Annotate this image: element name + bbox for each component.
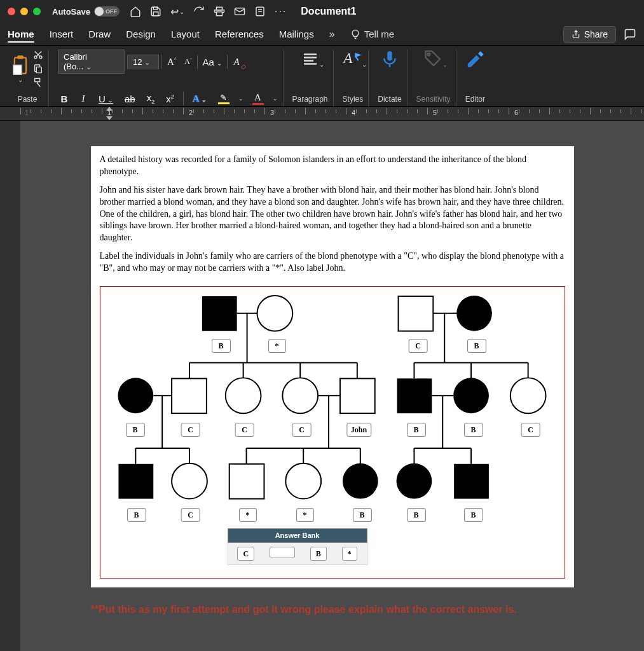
template-icon[interactable] <box>254 6 266 17</box>
superscript-button[interactable]: x2 <box>163 92 177 106</box>
pedigree-label[interactable]: B <box>211 339 230 353</box>
tab-home[interactable]: Home <box>8 29 34 39</box>
document-canvas[interactable]: A detailed history was recorded for a fa… <box>20 121 644 651</box>
strikethrough-button[interactable]: ab <box>122 92 138 106</box>
undo-icon[interactable]: ↩⌄ <box>170 6 184 18</box>
save-icon[interactable] <box>150 6 161 17</box>
pedigree-label-john[interactable]: John <box>346 423 371 437</box>
text-effects-button[interactable]: A ⌄ <box>190 92 209 106</box>
tell-me-search[interactable]: Tell me <box>350 29 395 39</box>
paragraph-label: Paragraph <box>292 95 328 104</box>
pedigree-label[interactable]: B <box>406 423 425 437</box>
svg-rect-42 <box>397 378 432 413</box>
print-icon[interactable] <box>214 6 225 17</box>
doc-paragraph-2: John and his sister have dark brown hair… <box>100 184 565 244</box>
autosave-label: AutoSave <box>52 7 90 17</box>
dictate-button[interactable] <box>380 50 399 69</box>
tab-insert[interactable]: Insert <box>50 29 74 39</box>
svg-point-68 <box>396 463 432 499</box>
pedigree-label[interactable]: C <box>292 423 312 437</box>
pedigree-label[interactable]: B <box>467 339 486 353</box>
svg-point-67 <box>342 463 378 499</box>
italic-button[interactable]: I <box>77 92 90 106</box>
ribbon-group-dictate: Dictate <box>373 50 407 106</box>
lightbulb-icon <box>350 29 360 39</box>
font-size-select[interactable]: 12 <box>127 55 159 69</box>
pedigree-label[interactable]: C <box>181 423 200 437</box>
answer-bank-title: Answer Bank <box>228 528 367 543</box>
pedigree-label[interactable]: B <box>463 423 483 437</box>
bold-button[interactable]: B <box>58 92 71 106</box>
more-tabs-icon[interactable]: » <box>329 29 335 40</box>
pedigree-label[interactable]: * <box>239 508 257 522</box>
svg-rect-8 <box>13 65 22 75</box>
mail-icon[interactable] <box>234 6 245 17</box>
minimize-window-button[interactable] <box>20 8 28 15</box>
vertical-ruler[interactable] <box>0 121 20 651</box>
styles-button[interactable]: A <box>343 50 362 69</box>
tab-draw[interactable]: Draw <box>88 29 111 39</box>
home-icon[interactable] <box>130 6 141 17</box>
underline-button[interactable]: U ⌄ <box>96 92 116 106</box>
pedigree-label[interactable]: B <box>463 508 483 522</box>
tab-references[interactable]: References <box>215 29 264 39</box>
ribbon-group-sensitivity: ⌄ Sensitivity <box>411 50 456 106</box>
share-button[interactable]: Share <box>563 26 616 43</box>
decrease-font-button[interactable]: A˘ <box>182 55 195 68</box>
more-commands-icon[interactable]: ··· <box>275 6 287 17</box>
tab-mailings[interactable]: Mailings <box>279 29 314 39</box>
pedigree-label[interactable]: C <box>235 423 254 437</box>
tab-layout[interactable]: Layout <box>171 29 200 39</box>
paste-group-label: Paste <box>18 95 38 104</box>
svg-rect-18 <box>387 51 392 61</box>
svg-rect-65 <box>229 464 264 499</box>
share-label: Share <box>584 29 608 39</box>
answer-bank-cell[interactable]: C <box>237 547 254 561</box>
autosave-toggle[interactable]: AutoSave OFF <box>52 6 120 17</box>
pedigree-label[interactable]: * <box>296 508 314 522</box>
font-family-select[interactable]: Calibri (Bo... <box>58 50 125 74</box>
answer-bank-cell[interactable]: * <box>342 547 357 561</box>
highlight-button[interactable]: ✎ ⌄ <box>216 92 232 106</box>
svg-rect-69 <box>454 464 489 499</box>
traffic-lights <box>8 8 41 15</box>
redo-icon[interactable] <box>193 6 205 17</box>
pedigree-label[interactable]: B <box>127 508 146 522</box>
paste-button[interactable]: ⌄ <box>11 55 29 83</box>
pedigree-label[interactable]: * <box>268 339 286 353</box>
document-page[interactable]: A detailed history was recorded for a fa… <box>91 146 574 587</box>
pedigree-label[interactable]: C <box>521 423 540 437</box>
paragraph-button[interactable] <box>301 50 320 69</box>
answer-bank-cell[interactable]: B <box>310 547 327 561</box>
font-color-button[interactable]: A <box>250 91 266 106</box>
cut-icon[interactable] <box>33 50 43 60</box>
pedigree-label[interactable]: B <box>352 508 371 522</box>
svg-rect-12 <box>35 78 40 81</box>
subscript-button[interactable]: x2 <box>144 91 158 106</box>
tab-design[interactable]: Design <box>126 29 156 39</box>
svg-point-39 <box>225 378 261 413</box>
change-case-button[interactable]: Aa ⌄ <box>200 55 225 69</box>
editor-button[interactable] <box>465 50 484 69</box>
copy-icon[interactable] <box>33 64 43 74</box>
autosave-switch[interactable]: OFF <box>94 6 120 17</box>
pedigree-label[interactable]: C <box>181 508 200 522</box>
answer-bank-cell-empty[interactable] <box>270 547 295 558</box>
increase-font-button[interactable]: A^ <box>165 55 179 69</box>
pedigree-label[interactable]: C <box>408 339 428 353</box>
clear-formatting-button[interactable]: A◇ <box>230 55 243 69</box>
sensitivity-button[interactable] <box>424 50 443 69</box>
svg-rect-3 <box>216 12 222 16</box>
format-painter-icon[interactable] <box>33 78 43 88</box>
horizontal-ruler[interactable]: 1123456 <box>0 107 644 121</box>
document-area: A detailed history was recorded for a fa… <box>0 121 644 651</box>
comments-icon[interactable] <box>624 28 636 41</box>
ribbon-group-styles: A ⌄ Styles <box>338 50 369 106</box>
svg-rect-41 <box>339 378 374 413</box>
svg-rect-20 <box>202 296 236 331</box>
pedigree-label[interactable]: B <box>125 423 144 437</box>
svg-text:A: A <box>343 50 353 66</box>
close-window-button[interactable] <box>8 8 15 15</box>
fullscreen-window-button[interactable] <box>33 8 41 15</box>
pedigree-label[interactable]: B <box>406 508 425 522</box>
